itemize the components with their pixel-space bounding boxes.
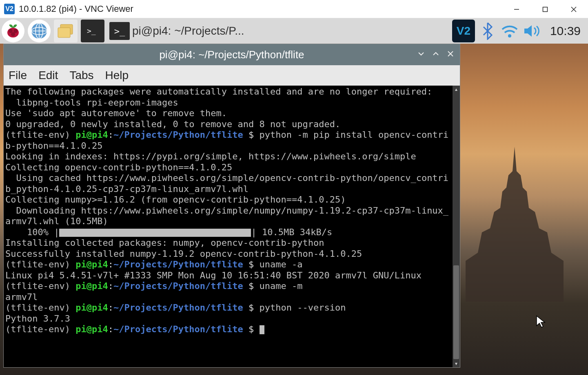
raspberry-menu-icon[interactable] — [2, 20, 24, 42]
svg-rect-14 — [58, 28, 70, 38]
terminal-window: pi@pi4: ~/Projects/Python/tflite File Ed… — [3, 44, 460, 368]
vnc-logo-icon: V2 — [4, 4, 15, 14]
windows-titlebar: V2 10.0.1.82 (pi4) - VNC Viewer — [0, 0, 588, 18]
wallpaper-silhouette — [466, 147, 564, 302]
volume-icon[interactable] — [522, 22, 541, 40]
pi-taskbar: >_ >_ pi@pi4: ~/Projects/P... V2 — [0, 18, 588, 44]
menu-help[interactable]: Help — [105, 69, 129, 82]
terminal-minimize-icon[interactable] — [417, 50, 425, 60]
terminal-maximize-icon[interactable] — [432, 50, 439, 60]
terminal-launcher-icon[interactable]: >_ — [81, 20, 104, 42]
window-controls — [502, 0, 588, 18]
terminal-title-text: pi@pi4: ~/Projects/Python/tflite — [159, 49, 304, 61]
minimize-button[interactable] — [502, 0, 531, 18]
menu-edit[interactable]: Edit — [38, 69, 58, 82]
mouse-cursor-icon — [536, 315, 547, 332]
terminal-titlebar[interactable]: pi@pi4: ~/Projects/Python/tflite — [4, 44, 460, 65]
svg-rect-1 — [543, 7, 548, 11]
svg-point-6 — [13, 29, 18, 33]
taskbar-app-label: pi@pi4: ~/Projects/P... — [132, 24, 244, 38]
scroll-thumb[interactable] — [453, 265, 459, 359]
bluetooth-icon[interactable] — [478, 22, 497, 40]
clock[interactable]: 10:39 — [544, 24, 586, 38]
maximize-button[interactable] — [531, 0, 559, 18]
web-browser-icon[interactable] — [28, 20, 51, 42]
window-title: 10.0.1.82 (pi4) - VNC Viewer — [19, 4, 502, 14]
svg-text:>_: >_ — [87, 26, 96, 35]
svg-point-17 — [508, 34, 511, 38]
vnc-tray-icon[interactable]: V2 — [452, 20, 475, 42]
terminal-cursor — [260, 325, 264, 334]
terminal-icon: >_ — [109, 22, 130, 40]
scroll-down-icon[interactable]: ▾ — [453, 360, 460, 367]
menu-tabs[interactable]: Tabs — [69, 69, 93, 82]
file-manager-icon[interactable] — [54, 20, 78, 42]
scroll-up-icon[interactable]: ▴ — [453, 86, 460, 93]
terminal-output[interactable]: The following packages were automaticall… — [4, 86, 453, 367]
terminal-menubar: File Edit Tabs Help — [4, 65, 460, 86]
vnc-desktop: >_ >_ pi@pi4: ~/Projects/P... V2 — [0, 18, 588, 375]
terminal-close-icon[interactable] — [447, 50, 454, 60]
terminal-window-controls — [417, 50, 454, 60]
menu-file[interactable]: File — [9, 69, 27, 82]
close-button[interactable] — [559, 0, 588, 18]
svg-point-7 — [11, 32, 15, 36]
terminal-scrollbar[interactable]: ▴ ▾ — [453, 86, 460, 367]
svg-point-5 — [9, 29, 13, 33]
terminal-body-wrap: The following packages were automaticall… — [4, 86, 460, 367]
taskbar-app-terminal[interactable]: >_ pi@pi4: ~/Projects/P... — [108, 20, 249, 42]
wifi-icon[interactable] — [500, 22, 519, 40]
